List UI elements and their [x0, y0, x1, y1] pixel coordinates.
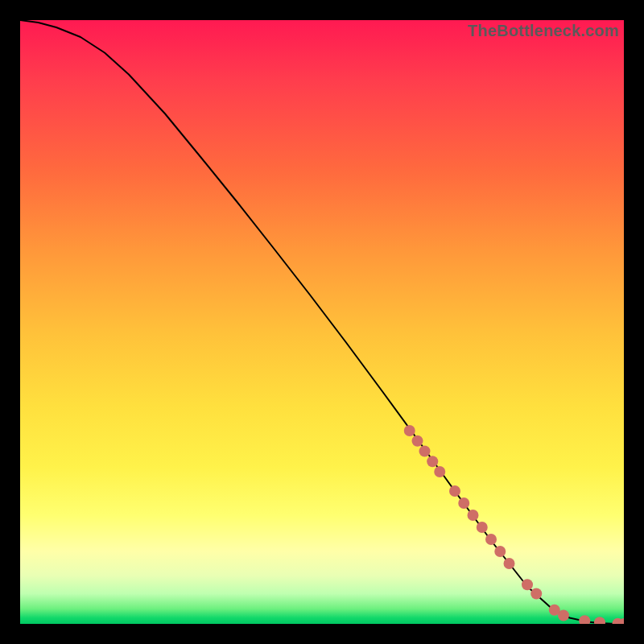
- data-marker: [594, 617, 605, 624]
- data-marker: [522, 579, 533, 590]
- curve-line: [20, 20, 624, 624]
- data-marker: [558, 610, 569, 621]
- data-marker: [504, 558, 515, 569]
- data-marker: [412, 436, 423, 447]
- data-marker: [477, 522, 488, 533]
- plot-area: TheBottleneck.com: [20, 20, 624, 624]
- data-marker: [494, 546, 506, 557]
- data-marker: [427, 456, 438, 467]
- data-marker: [579, 615, 590, 624]
- data-marker: [485, 534, 497, 545]
- data-marker: [530, 588, 542, 600]
- chart-frame: TheBottleneck.com: [0, 0, 644, 644]
- data-marker: [449, 485, 460, 497]
- data-marker: [404, 425, 415, 436]
- data-marker: [419, 446, 431, 457]
- data-marker: [458, 497, 469, 509]
- data-marker: [434, 466, 445, 477]
- chart-overlay: [20, 20, 624, 624]
- data-marker: [468, 510, 479, 521]
